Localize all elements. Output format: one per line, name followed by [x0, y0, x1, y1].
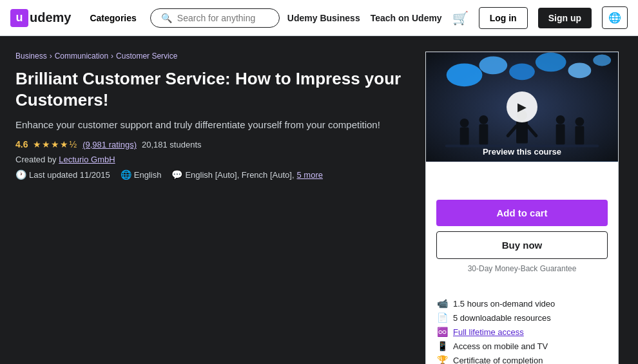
includes-item-resources: 📄 5 downloadable resources: [436, 311, 608, 325]
svg-point-5: [568, 62, 592, 78]
mobile-icon: 📱: [436, 341, 448, 351]
svg-point-4: [536, 53, 566, 72]
course-card: ▶ Preview this course ₹1,280 Add to cart…: [425, 52, 619, 364]
breadcrumb-sep-2: ›: [111, 52, 113, 61]
add-to-cart-button[interactable]: Add to cart: [436, 200, 608, 226]
logo-text: udemy: [30, 10, 71, 25]
svg-rect-16: [556, 124, 565, 145]
includes-certificate-text: Certificate of completion: [453, 356, 543, 365]
captions-label: English [Auto], French [Auto],: [185, 170, 294, 180]
search-bar: 🔍: [150, 8, 280, 28]
card-body: ₹1,280 Add to cart Buy now 30-Day Money-…: [426, 162, 618, 364]
meta-captions: 💬 English [Auto], French [Auto], 5 more: [171, 169, 323, 180]
login-button[interactable]: Log in: [479, 7, 528, 29]
price: ₹1,280: [436, 172, 608, 192]
svg-point-6: [593, 55, 611, 66]
breadcrumb-business[interactable]: Business: [15, 52, 47, 61]
course-preview[interactable]: ▶ Preview this course: [426, 52, 618, 162]
search-input[interactable]: [177, 13, 269, 23]
includes-lifetime-link[interactable]: Full lifetime access: [453, 327, 524, 337]
includes-video-text: 1.5 hours on-demand video: [453, 299, 555, 309]
meta-updated: 🕐 Last updated 11/2015: [15, 169, 110, 180]
updated-label: Last updated 11/2015: [29, 170, 110, 180]
globe-small-icon: 🌐: [121, 169, 131, 180]
student-count: 20,181 students: [142, 140, 202, 149]
svg-point-2: [479, 57, 507, 75]
breadcrumb-communication[interactable]: Communication: [55, 52, 108, 61]
captions-icon: 💬: [171, 169, 182, 180]
includes-item-certificate: 🏆 Certificate of completion: [436, 353, 608, 364]
includes-item-lifetime: ♾️ Full lifetime access: [436, 325, 608, 339]
rating-row: 4.6 ★★★★½ (9,981 ratings) 20,181 student…: [15, 139, 415, 149]
svg-point-17: [575, 117, 584, 126]
creator-prefix: Created by: [15, 155, 59, 164]
nav-udemy-business[interactable]: Udemy Business: [287, 13, 360, 23]
creator-row: Created by Lecturio GmbH: [15, 155, 415, 164]
meta-language: 🌐 English: [121, 169, 162, 180]
svg-point-15: [556, 115, 565, 124]
course-title: Brilliant Customer Service: How to Impre…: [15, 68, 415, 110]
buy-now-button[interactable]: Buy now: [436, 231, 608, 259]
includes-item-mobile: 📱 Access on mobile and TV: [436, 339, 608, 353]
play-button[interactable]: ▶: [507, 91, 537, 122]
svg-point-7: [460, 119, 469, 128]
nav-teach-on-udemy[interactable]: Teach on Udemy: [371, 13, 442, 23]
certificate-icon: 🏆: [436, 355, 448, 364]
video-icon: 📹: [436, 298, 448, 309]
hero-section: Business › Communication › Customer Serv…: [0, 36, 638, 364]
includes-item-video: 📹 1.5 hours on-demand video: [436, 296, 608, 311]
svg-point-9: [479, 115, 488, 124]
svg-point-3: [509, 63, 535, 80]
infinity-icon: ♾️: [436, 327, 448, 337]
header-nav: Udemy Business Teach on Udemy 🛒 Log in S…: [287, 6, 628, 29]
rating-count[interactable]: (9,981 ratings): [82, 140, 137, 149]
hero-left: Business › Communication › Customer Serv…: [15, 52, 415, 364]
svg-rect-8: [460, 128, 469, 146]
header: uudemy Categories 🔍 Udemy Business Teach…: [0, 0, 638, 36]
preview-label: Preview this course: [426, 147, 618, 157]
search-icon: 🔍: [161, 13, 172, 23]
guarantee-text: 30-Day Money-Back Guarantee: [436, 264, 608, 273]
svg-rect-12: [516, 120, 528, 144]
download-icon: 📄: [436, 312, 448, 323]
rating-score: 4.6: [15, 139, 28, 149]
creator-link[interactable]: Lecturio GmbH: [59, 155, 115, 164]
stars: ★★★★½: [33, 139, 77, 149]
cart-icon[interactable]: 🛒: [452, 10, 469, 26]
breadcrumb-sep-1: ›: [50, 52, 52, 61]
includes-resources-text: 5 downloadable resources: [453, 313, 551, 323]
svg-rect-10: [479, 124, 488, 145]
course-subtitle: Enhance your customer support and truly …: [15, 118, 415, 131]
svg-rect-18: [575, 126, 584, 145]
meta-row: 🕐 Last updated 11/2015 🌐 English 💬 Engli…: [15, 169, 415, 180]
includes-list: 📹 1.5 hours on-demand video 📄 5 download…: [436, 296, 608, 364]
categories-button[interactable]: Categories: [84, 8, 142, 28]
breadcrumb: Business › Communication › Customer Serv…: [15, 52, 415, 61]
clock-icon: 🕐: [15, 169, 26, 180]
logo-u-letter: u: [10, 9, 28, 27]
globe-button[interactable]: 🌐: [602, 6, 628, 29]
captions-more-link[interactable]: 5 more: [297, 170, 323, 180]
includes-mobile-text: Access on mobile and TV: [453, 341, 548, 351]
signup-button[interactable]: Sign up: [538, 8, 592, 28]
includes-title: This course includes:: [436, 281, 608, 291]
logo[interactable]: uudemy: [10, 9, 71, 27]
language-label: English: [134, 170, 162, 180]
breadcrumb-customer-service[interactable]: Customer Service: [116, 52, 177, 61]
svg-point-1: [447, 63, 483, 86]
